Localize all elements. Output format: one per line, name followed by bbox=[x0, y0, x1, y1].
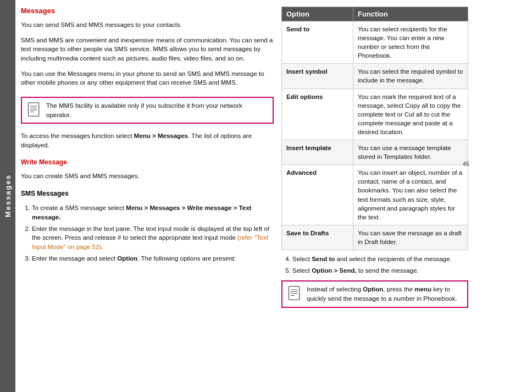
col-function-header: Function bbox=[353, 7, 468, 21]
para4: To access the messages function select M… bbox=[21, 131, 274, 150]
function-cell: You can select recipients for the messag… bbox=[353, 21, 468, 64]
step3-bold: Option bbox=[117, 255, 137, 262]
left-column: Messages You can send SMS and MMS messag… bbox=[21, 7, 274, 387]
step-3: Enter the message and select Option. The… bbox=[32, 254, 274, 263]
right-column: 45 Option Function Send toYou can select… bbox=[281, 7, 468, 387]
option-cell: Save to Drafts bbox=[282, 225, 353, 250]
main-content: Messages You can send SMS and MMS messag… bbox=[15, 0, 532, 392]
step-2: Enter the message in the text pane. The … bbox=[32, 224, 274, 252]
note2-middle: , press the bbox=[383, 286, 414, 292]
table-header-row: Option Function bbox=[282, 7, 468, 21]
note2-bold2: menu bbox=[414, 286, 431, 292]
step5-prefix: Select bbox=[292, 267, 312, 274]
option-cell: Advanced bbox=[282, 165, 353, 225]
svg-rect-5 bbox=[289, 286, 300, 300]
table-row: Insert templateYou can use a message tem… bbox=[282, 140, 468, 165]
para1: You can send SMS and MMS messages to you… bbox=[21, 20, 274, 30]
messages-section-title: Messages bbox=[21, 7, 274, 15]
step4-suffix: and select the recipients of the message… bbox=[335, 256, 451, 262]
para3: You can use the Messages menu in your ph… bbox=[21, 69, 274, 87]
step-5: Select Option > Send, to send the messag… bbox=[292, 266, 468, 275]
step3-suffix: . The following options are present: bbox=[137, 255, 236, 262]
sms-messages-title: SMS Messages bbox=[21, 190, 274, 197]
col-option-header: Option bbox=[282, 7, 353, 21]
option-table: Option Function Send toYou can select re… bbox=[281, 7, 468, 250]
sms-steps-list: To create a SMS message select Menu > Me… bbox=[21, 203, 274, 263]
para5: You can create SMS and MMS messages. bbox=[21, 172, 274, 181]
note2-prefix: Instead of selecting bbox=[307, 286, 363, 292]
note-box-1: The MMS facility is available only if yo… bbox=[21, 97, 274, 124]
note2-bold1: Option bbox=[363, 286, 383, 292]
svg-rect-0 bbox=[29, 103, 39, 117]
bottom-section: Select Send to and select the recipients… bbox=[281, 255, 468, 308]
function-cell: You can mark the required text of a mess… bbox=[353, 89, 468, 140]
option-cell: Edit options bbox=[282, 89, 353, 140]
para2: SMS and MMS are convenient and inexpensi… bbox=[21, 36, 274, 63]
function-cell: You can insert an object, number of a co… bbox=[353, 165, 468, 225]
note-box-2: Instead of selecting Option, press the m… bbox=[281, 280, 468, 307]
step4-prefix: Select bbox=[292, 256, 312, 262]
step-4: Select Send to and select the recipients… bbox=[292, 255, 468, 264]
step1-prefix: To create a SMS message select bbox=[32, 205, 126, 211]
option-cell: Insert symbol bbox=[282, 64, 353, 89]
table-row: Send toYou can select recipients for the… bbox=[282, 21, 468, 64]
note1-text: The MMS facility is available only if yo… bbox=[46, 101, 268, 119]
option-cell: Insert template bbox=[282, 140, 353, 165]
step-1: To create a SMS message select Menu > Me… bbox=[32, 203, 274, 222]
step3-prefix: Enter the message and select bbox=[32, 255, 117, 262]
note-icon-2 bbox=[287, 286, 302, 301]
function-cell: You can select the required symbol to in… bbox=[353, 64, 468, 89]
table-row: Edit optionsYou can mark the required te… bbox=[282, 89, 468, 140]
function-cell: You can use a message template stored in… bbox=[353, 140, 468, 165]
table-row: Save to DraftsYou can save the message a… bbox=[282, 225, 468, 250]
note2-text: Instead of selecting Option, press the m… bbox=[307, 285, 463, 303]
para4-prefix: To access the messages function select bbox=[21, 132, 134, 139]
table-row: AdvancedYou can insert an object, number… bbox=[282, 165, 468, 225]
table-row: Insert symbolYou can select the required… bbox=[282, 64, 468, 89]
option-cell: Send to bbox=[282, 21, 353, 64]
bottom-steps: Select Send to and select the recipients… bbox=[281, 255, 468, 275]
step4-bold: Send to bbox=[312, 256, 335, 262]
step2-text: Enter the message in the text pane. The … bbox=[32, 225, 269, 241]
note-icon-1 bbox=[26, 102, 42, 118]
step5-bold: Option > Send, bbox=[312, 267, 356, 274]
step2-suffix: . bbox=[101, 244, 103, 250]
step5-suffix: to send the message. bbox=[357, 267, 419, 274]
function-cell: You can save the message as a draft in D… bbox=[353, 225, 468, 250]
para4-bold: Menu > Messages bbox=[134, 132, 188, 139]
sidebar: Messages bbox=[0, 0, 15, 392]
write-message-title: Write Message bbox=[21, 158, 274, 166]
page-number: 45 bbox=[463, 161, 469, 167]
sidebar-label: Messages bbox=[4, 174, 12, 217]
